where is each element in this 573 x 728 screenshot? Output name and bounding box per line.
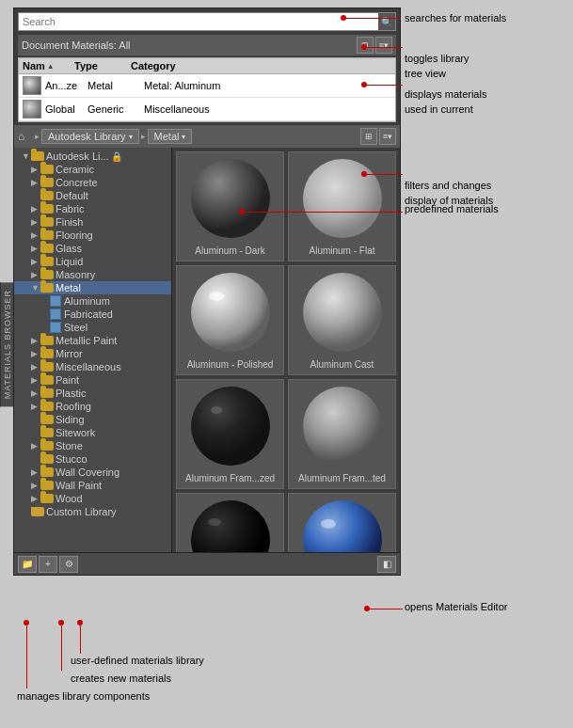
material-thumb-item[interactable]: Anodized - Blue	[288, 493, 396, 552]
expand-icon: ▶	[31, 388, 40, 398]
tree-item-label: Liquid	[56, 256, 83, 267]
tree-item-wall-paint[interactable]: ▶ Wall Paint	[14, 479, 171, 492]
plus-icon: +	[45, 559, 51, 569]
tree-item-stucco[interactable]: ▶ Stucco	[14, 452, 171, 466]
tree-item-label: Stone	[56, 440, 83, 451]
expand-icon: ▶	[31, 257, 40, 266]
expand-icon: ▶	[31, 336, 40, 345]
tree-item-masonry[interactable]: ▶ Masonry	[14, 268, 171, 281]
folder-icon	[40, 494, 54, 503]
tree-item-label: Roofing	[56, 401, 91, 412]
tree-item-liquid[interactable]: ▶ Liquid	[14, 255, 171, 268]
tree-item-concrete[interactable]: ▶ Concrete	[14, 176, 171, 189]
tree-item-miscellaneous[interactable]: ▶ Miscellaneous	[14, 360, 171, 373]
tree-item-metallic-paint[interactable]: ▶ Metallic Paint	[14, 334, 171, 347]
grid-view-button[interactable]: ⊞	[360, 128, 377, 145]
search-button[interactable]: 🔍	[378, 13, 395, 30]
tree-item-stone[interactable]: ▶ Stone	[14, 439, 171, 452]
expand-icon: ▶	[31, 481, 40, 490]
thumbnail-grid: Aluminum - Dark Alumi	[172, 148, 400, 552]
folder-icon	[40, 454, 54, 464]
tree-item-sitework[interactable]: ▶ Sitework	[14, 426, 171, 439]
material-type: Generic	[88, 103, 144, 115]
search-input[interactable]	[19, 16, 378, 27]
open-materials-editor-button[interactable]: ◧	[377, 556, 396, 573]
material-thumb-item[interactable]: Aluminum Fram...ted	[288, 379, 396, 489]
tree-item-glass[interactable]: ▶ Glass	[14, 242, 171, 255]
folder-icon	[40, 217, 54, 227]
table-row[interactable]: An...ze Metal Metal: Aluminum	[19, 74, 395, 98]
material-type-icon	[50, 322, 61, 333]
svg-point-7	[303, 387, 382, 466]
svg-point-0	[191, 159, 270, 238]
tree-item-aluminum[interactable]: ▶ Aluminum	[14, 294, 171, 308]
tree-item-mirror[interactable]: ▶ Mirror	[14, 347, 171, 360]
material-thumb-item[interactable]: Aluminum - Polished	[176, 265, 284, 375]
material-thumb-item[interactable]: Aluminum Fram...zed	[176, 379, 284, 489]
material-thumbnail	[23, 76, 41, 95]
tree-item-autodesk-root[interactable]: ▼ Autodesk Li... 🔒	[14, 150, 171, 163]
tree-item-label: Custom Library	[46, 506, 117, 517]
material-thumb-item[interactable]: Aluminum Cast	[288, 265, 396, 375]
tree-item-finish[interactable]: ▶ Finish	[14, 215, 171, 229]
tree-item-label: Default	[56, 190, 88, 201]
material-thumb-label: Aluminum - Dark	[195, 245, 264, 257]
material-sphere	[188, 384, 273, 468]
expand-icon: ▼	[31, 283, 40, 293]
svg-point-10	[303, 500, 382, 552]
folder-icon	[40, 349, 54, 358]
folder-icon	[40, 165, 54, 174]
list-options-button[interactable]: ≡▾	[379, 128, 396, 145]
breadcrumb-autodesk-library[interactable]: Autodesk Library ▾	[41, 129, 139, 144]
tree-item-flooring[interactable]: ▶ Flooring	[14, 229, 171, 242]
material-sphere	[188, 498, 273, 552]
material-type-icon	[50, 295, 61, 307]
tree-item-fabric[interactable]: ▶ Fabric	[14, 202, 171, 215]
add-library-button[interactable]: 📁	[18, 556, 37, 573]
annotation-displays: displays materials used in current	[405, 73, 486, 117]
folder-icon	[40, 467, 54, 477]
tree-item-label: Stucco	[56, 453, 88, 465]
material-category: Miscellaneous	[144, 103, 391, 115]
material-thumbnail	[23, 100, 41, 119]
material-thumb-item[interactable]: Anodized - Black	[176, 493, 284, 552]
tree-item-plastic[interactable]: ▶ Plastic	[14, 387, 171, 400]
folder-icon	[40, 336, 54, 345]
tree-item-custom-library[interactable]: ▶ Custom Library	[14, 505, 171, 518]
tree-item-metal[interactable]: ▼ Metal	[14, 281, 171, 294]
tree-item-paint[interactable]: ▶ Paint	[14, 373, 171, 387]
tree-item-fabricated[interactable]: ▶ Fabricated	[14, 308, 171, 321]
tree-item-wood[interactable]: ▶ Wood	[14, 492, 171, 505]
tree-item-label: Siding	[56, 414, 85, 425]
tree-item-ceramic[interactable]: ▶ Ceramic	[14, 163, 171, 176]
folder-icon	[40, 178, 54, 187]
tree-item-siding[interactable]: ▶ Siding	[14, 413, 171, 426]
tree-item-label: Glass	[56, 243, 82, 254]
col-header-type: Type	[74, 60, 131, 71]
table-header: Nam ▲ Type Category	[19, 58, 395, 74]
svg-point-1	[303, 159, 382, 238]
home-button[interactable]: ⌂	[18, 130, 33, 143]
annotation-predefined: predefined materials	[405, 202, 499, 216]
material-name: Global	[45, 103, 88, 115]
breadcrumb-metal[interactable]: Metal ▾	[148, 129, 193, 144]
material-thumb-item[interactable]: Aluminum - Flat	[288, 151, 396, 261]
side-label: MATERIALS BROWSER	[0, 282, 13, 406]
library-browser: ⌂ ▸ Autodesk Library ▾ ▸ Metal ▾ ⊞ ≡▾ ▼	[14, 125, 400, 575]
list-view-button[interactable]: ≡▾	[375, 37, 392, 54]
table-row[interactable]: Global Generic Miscellaneous	[19, 98, 395, 121]
expand-icon: ▶	[31, 441, 40, 451]
annotation-creates: creates new materials	[71, 672, 171, 686]
tree-item-wall-covering[interactable]: ▶ Wall Covering	[14, 466, 171, 479]
material-thumb-item[interactable]: Aluminum - Dark	[176, 151, 284, 261]
create-material-button[interactable]: +	[39, 556, 57, 573]
material-sphere	[188, 156, 273, 241]
tree-item-roofing[interactable]: ▶ Roofing	[14, 400, 171, 413]
manage-library-button[interactable]: ⚙	[59, 556, 78, 573]
material-sphere	[300, 384, 385, 468]
tree-item-label: Concrete	[56, 177, 98, 188]
tree-item-label: Paint	[56, 374, 79, 386]
tree-item-default[interactable]: ▶ Default	[14, 189, 171, 202]
tree-item-steel[interactable]: ▶ Steel	[14, 321, 171, 334]
tree-item-label: Metallic Paint	[56, 335, 117, 346]
